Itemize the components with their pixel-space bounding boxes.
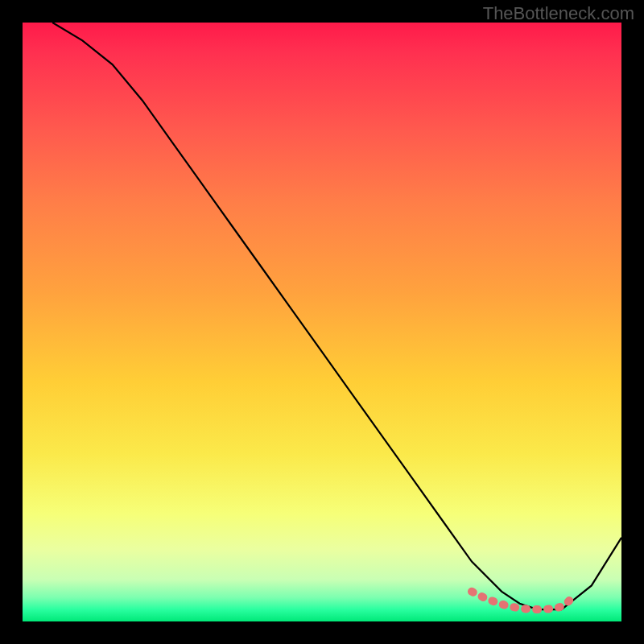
plot-area [23,23,621,621]
dot-group [472,592,574,609]
chart-svg [23,23,621,621]
flat-dotted-line [472,592,574,609]
watermark-text: TheBottleneck.com [483,3,634,24]
curve-line [52,23,621,609]
